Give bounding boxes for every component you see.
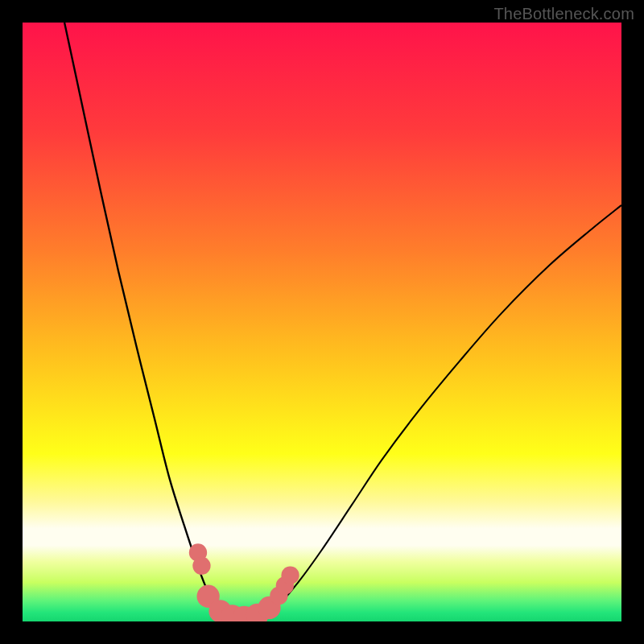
data-marker (192, 557, 210, 575)
watermark-text: TheBottleneck.com (493, 5, 634, 23)
left-curve (64, 23, 244, 621)
curves-layer (23, 23, 621, 621)
right-curve (244, 205, 621, 621)
data-marker (281, 567, 299, 584)
marker-group (189, 543, 299, 621)
plot-area (23, 23, 621, 621)
outer-frame: TheBottleneck.com (0, 0, 644, 644)
